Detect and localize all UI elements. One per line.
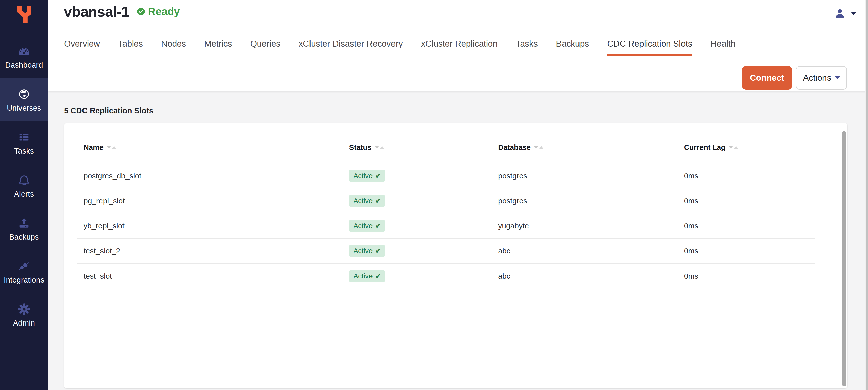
slot-status-cell: Active ✔: [342, 195, 491, 207]
tab-xcluster-disaster-recovery[interactable]: xCluster Disaster Recovery: [299, 38, 403, 56]
check-circle-icon: [137, 7, 145, 16]
sidebar-item-admin[interactable]: Admin: [0, 293, 48, 336]
tab-tables[interactable]: Tables: [118, 38, 143, 56]
tab-overview[interactable]: Overview: [64, 38, 100, 56]
backup-upload-icon: [18, 217, 31, 230]
sidebar-item-universes[interactable]: Universes: [0, 78, 48, 121]
slot-status-cell: Active ✔: [342, 220, 491, 232]
sidebar-item-integrations[interactable]: Integrations: [0, 250, 48, 293]
card-scrollbar[interactable]: [841, 123, 847, 388]
slot-lag-cell: 0ms: [677, 197, 815, 205]
sort-asc-icon: [539, 146, 543, 149]
active-status-badge: Active ✔: [349, 195, 385, 207]
status-text: Active: [353, 272, 373, 280]
yugabyte-logo-icon: [14, 4, 34, 27]
gear-icon: [18, 302, 31, 316]
sort-icons[interactable]: [375, 146, 384, 149]
actions-button-label: Actions: [803, 73, 831, 83]
sort-asc-icon: [112, 146, 116, 149]
table-row[interactable]: test_slot_2 Active ✔ abc 0ms: [77, 238, 815, 264]
slot-name-cell: postgres_db_slot: [77, 171, 342, 180]
page-scrollbar-thumb[interactable]: [866, 0, 868, 390]
sidebar-nav: Dashboard Universes Tasks Alerts Backups: [0, 35, 48, 336]
slot-database-cell: abc: [491, 247, 677, 255]
tab-xcluster-replication[interactable]: xCluster Replication: [421, 38, 498, 56]
slot-lag-cell: 0ms: [677, 247, 815, 255]
sidebar-item-dashboard[interactable]: Dashboard: [0, 35, 48, 78]
table-row[interactable]: pg_repl_slot Active ✔ postgres 0ms: [77, 188, 815, 214]
table-header-row: Name Status: [77, 132, 815, 163]
page-scrollbar[interactable]: [865, 0, 868, 390]
slot-name-cell: pg_repl_slot: [77, 197, 342, 205]
chevron-down-icon: [835, 76, 840, 79]
table-row[interactable]: test_slot Active ✔ abc 0ms: [77, 264, 815, 289]
status-text: Active: [353, 197, 373, 205]
slot-lag-cell: 0ms: [677, 171, 815, 180]
active-status-badge: Active ✔: [349, 170, 385, 182]
slot-lag-cell: 0ms: [677, 222, 815, 230]
slot-lag-cell: 0ms: [677, 272, 815, 281]
status-label: Ready: [148, 6, 180, 18]
chevron-down-icon: [851, 12, 856, 15]
card-scrollbar-thumb[interactable]: [842, 131, 846, 386]
sort-asc-icon: [734, 146, 738, 149]
column-header-current-lag[interactable]: Current Lag: [677, 143, 815, 152]
status-text: Active: [353, 247, 373, 255]
column-header-name[interactable]: Name: [77, 143, 342, 152]
status-text: Active: [353, 172, 373, 180]
column-header-database[interactable]: Database: [491, 143, 677, 152]
tab-tasks[interactable]: Tasks: [516, 38, 538, 56]
slot-status-cell: Active ✔: [342, 170, 491, 182]
user-menu-button[interactable]: [834, 8, 856, 19]
slot-database-cell: abc: [491, 272, 677, 281]
title-row: vbansal-1 Ready: [64, 3, 180, 20]
sidebar-item-backups[interactable]: Backups: [0, 207, 48, 250]
sort-icons[interactable]: [729, 146, 738, 149]
sort-desc-icon: [107, 146, 111, 149]
slot-database-cell: postgres: [491, 197, 677, 205]
yugabyte-logo[interactable]: [0, 4, 48, 27]
tasks-list-icon: [18, 131, 31, 144]
page-title: vbansal-1: [64, 3, 129, 20]
slot-name-cell: yb_repl_slot: [77, 222, 342, 230]
sort-icons[interactable]: [534, 146, 543, 149]
sort-desc-icon: [729, 146, 733, 149]
dashboard-gauge-icon: [18, 44, 31, 58]
slot-name-cell: test_slot_2: [77, 247, 342, 255]
universe-header: vbansal-1 Ready Overview Tables Nodes Me…: [48, 0, 868, 91]
check-icon: ✔: [375, 172, 381, 180]
column-header-status[interactable]: Status: [342, 143, 491, 152]
check-icon: ✔: [375, 272, 381, 280]
tab-backups[interactable]: Backups: [556, 38, 589, 56]
slots-table-card: Name Status: [64, 123, 847, 388]
active-status-badge: Active ✔: [349, 245, 385, 257]
sort-asc-icon: [380, 146, 384, 149]
connect-button[interactable]: Connect: [742, 66, 792, 90]
slot-name-cell: test_slot: [77, 272, 342, 281]
status-badge: Ready: [137, 6, 180, 18]
sort-desc-icon: [534, 146, 538, 149]
sidebar: Dashboard Universes Tasks Alerts Backups: [0, 0, 48, 390]
check-icon: ✔: [375, 222, 381, 230]
user-icon: [834, 8, 846, 19]
tab-nodes[interactable]: Nodes: [161, 38, 186, 56]
tab-queries[interactable]: Queries: [250, 38, 280, 56]
slot-database-cell: postgres: [491, 171, 677, 180]
tab-health[interactable]: Health: [711, 38, 735, 56]
tab-metrics[interactable]: Metrics: [204, 38, 232, 56]
sort-desc-icon: [375, 146, 379, 149]
tab-cdc-replication-slots[interactable]: CDC Replication Slots: [607, 38, 692, 56]
status-text: Active: [353, 222, 373, 230]
table-row[interactable]: postgres_db_slot Active ✔ postgres 0ms: [77, 163, 815, 188]
sort-icons[interactable]: [107, 146, 116, 149]
slots-count-heading: 5 CDC Replication Slots: [64, 106, 153, 115]
check-icon: ✔: [375, 247, 381, 255]
slot-status-cell: Active ✔: [342, 270, 491, 282]
table-row[interactable]: yb_repl_slot Active ✔ yugabyte 0ms: [77, 214, 815, 238]
sidebar-item-alerts[interactable]: Alerts: [0, 164, 48, 207]
active-status-badge: Active ✔: [349, 270, 385, 282]
actions-button[interactable]: Actions: [796, 66, 847, 90]
universe-tabs: Overview Tables Nodes Metrics Queries xC…: [64, 38, 735, 56]
sidebar-item-tasks[interactable]: Tasks: [0, 121, 48, 164]
bell-icon: [18, 173, 31, 187]
